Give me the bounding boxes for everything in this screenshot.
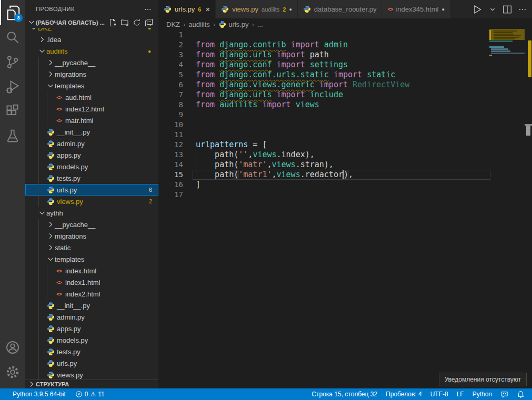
tab-database_roouter.py[interactable]: database_roouter.py — [298, 0, 383, 18]
tree-item-views.py[interactable]: views.py — [25, 369, 158, 381]
tree-item-urls.py[interactable]: urls.py6 — [25, 184, 158, 196]
tree-item-migrations[interactable]: migrations — [25, 68, 158, 80]
tree-item-__init__.py[interactable]: __init__.py — [25, 126, 158, 138]
status-cursor-position[interactable]: Строка 15, столбец 32 — [308, 388, 380, 400]
tree-item-admin.py[interactable]: admin.py — [25, 138, 158, 149]
code-line-1[interactable]: 1 — [158, 30, 532, 40]
tree-item-apps.py[interactable]: apps.py — [25, 323, 158, 334]
refresh-icon[interactable] — [133, 18, 141, 27]
tree-item-tests.py[interactable]: tests.py — [25, 346, 158, 357]
tree-item-apps.py[interactable]: apps.py — [25, 149, 158, 161]
new-file-icon[interactable] — [108, 18, 117, 27]
tree-item-index12.html[interactable]: <>index12.html — [25, 103, 158, 115]
activity-item-account[interactable] — [0, 335, 25, 360]
indent-guide — [38, 126, 39, 138]
line-number: 11 — [158, 130, 183, 140]
tree-item-tests.py[interactable]: tests.py — [25, 172, 158, 184]
activity-item-source-control[interactable] — [0, 49, 25, 74]
activity-item-testing[interactable] — [0, 124, 25, 148]
chevron-down-icon[interactable] — [489, 6, 496, 13]
status-encoding[interactable]: UTF-8 — [427, 388, 451, 400]
activity-item-settings[interactable] — [0, 360, 25, 384]
more-icon[interactable]: ⋯ — [518, 5, 527, 14]
status-eol[interactable]: LF — [454, 388, 467, 400]
outline-section-header[interactable]: СТРУКТУРА — [25, 380, 158, 388]
activity-item-extensions[interactable] — [0, 99, 25, 124]
tab-views.py[interactable]: views.pyaudiiits2● — [216, 0, 298, 18]
code-line-12[interactable]: 12urlpatterns = [ — [158, 140, 532, 150]
status-feedback-icon[interactable] — [497, 388, 511, 400]
tree-item-__pycache__[interactable]: __pycache__ — [25, 219, 158, 230]
tree-item-models.py[interactable]: models.py — [25, 161, 158, 172]
tree-item-label: aud.html — [65, 94, 92, 101]
minimap[interactable] — [489, 29, 525, 92]
code-line-8[interactable]: 8from audiiits import views — [158, 100, 532, 110]
tree-item-audiiits[interactable]: audiiits● — [25, 45, 158, 57]
tree-item-views.py[interactable]: views.py2 — [25, 196, 158, 207]
tree-item-__init__.py[interactable]: __init__.py — [25, 300, 158, 311]
tree-item-migrations[interactable]: migrations — [25, 230, 158, 242]
tree-item-__pycache__[interactable]: __pycache__ — [25, 57, 158, 68]
run-icon[interactable] — [472, 4, 483, 15]
tree-item-aythh[interactable]: aythh — [25, 207, 158, 219]
tree-item-templates[interactable]: templates — [25, 80, 158, 91]
code-line-5[interactable]: 5from django.conf.urls.static import sta… — [158, 70, 532, 80]
code-line-14[interactable]: 14 path('matr',views.stran), — [158, 160, 532, 170]
status-language-mode[interactable]: Python — [469, 388, 495, 400]
chevron-right-icon — [46, 58, 55, 67]
breadcrumb-item-audiiits[interactable]: audiiits — [188, 20, 209, 28]
breadcrumb-item-...[interactable]: ... — [257, 20, 263, 28]
tree-item-templates[interactable]: templates — [25, 253, 158, 265]
activity-item-search[interactable] — [0, 25, 25, 49]
code-line-7[interactable]: 7from django.urls import include — [158, 90, 532, 100]
code-area[interactable]: 12from django.contrib import admin3from … — [158, 30, 532, 388]
tree-item-aud.html[interactable]: <>aud.html — [25, 91, 158, 103]
more-actions-icon[interactable]: ⋯ — [144, 5, 152, 13]
collapse-all-icon[interactable] — [145, 18, 153, 27]
tree-item-static[interactable]: static — [25, 242, 158, 253]
chevron-right-icon — [38, 35, 46, 44]
code-line-10[interactable]: 10 — [158, 120, 532, 130]
close-icon[interactable]: × — [205, 5, 210, 14]
overview-ruler[interactable] — [525, 18, 532, 388]
code-line-4[interactable]: 4from django.conf import settings — [158, 60, 532, 70]
tree-item-label: urls.py — [57, 186, 77, 194]
status-indentation[interactable]: Пробелов: 4 — [383, 388, 425, 400]
tree-item-index.html[interactable]: <>index.html — [25, 265, 158, 276]
tree-item-models.py[interactable]: models.py — [25, 334, 158, 346]
tree-item-label: index12.html — [65, 105, 104, 113]
bell-icon — [517, 391, 525, 398]
tree-item-index2.html[interactable]: <>index2.html — [25, 288, 158, 300]
status-problems[interactable]: 0⚠11 — [72, 388, 108, 400]
code-line-2[interactable]: 2from django.contrib import admin — [158, 40, 532, 50]
tab-urls.py[interactable]: urls.py6× — [158, 0, 216, 18]
tree-item-admin.py[interactable]: admin.py — [25, 311, 158, 323]
code-line-11[interactable]: 11 — [158, 130, 532, 140]
tab-index345.html[interactable]: <>index345.html● — [382, 0, 450, 18]
tree-item-urls.py[interactable]: urls.py — [25, 357, 158, 369]
status-bell-icon[interactable] — [514, 388, 528, 400]
status-interpreter[interactable]: Python 3.9.5 64-bit — [9, 388, 69, 400]
code-line-9[interactable]: 9 — [158, 110, 532, 120]
code-line-17[interactable]: 17 — [158, 190, 532, 200]
tree-item-matr.html[interactable]: <>matr.html — [25, 115, 158, 126]
code-line-15[interactable]: 15 path('matr1',views.redactor), — [158, 170, 532, 180]
python-icon — [46, 360, 55, 367]
code-line-13[interactable]: 13 path('',views.index), — [158, 150, 532, 160]
code-line-6[interactable]: 6from django.views.generic import Redire… — [158, 80, 532, 90]
tab-label: index345.html — [396, 5, 438, 13]
code-line-3[interactable]: 3from django.urls import path — [158, 50, 532, 60]
new-folder-icon[interactable] — [121, 18, 129, 27]
breadcrumb-item-DKZ[interactable]: DKZ — [166, 20, 180, 28]
activity-item-explorer[interactable]: 3 — [0, 0, 25, 25]
activity-item-run-debug[interactable] — [0, 74, 25, 99]
code-line-16[interactable]: 16] — [158, 180, 532, 190]
split-editor-icon[interactable] — [503, 5, 512, 14]
tree-item-label: index.html — [65, 267, 96, 275]
tree-item-index1.html[interactable]: <>index1.html — [25, 276, 158, 288]
tree-item-label: admin.py — [57, 313, 85, 321]
tree-item-.idea[interactable]: .idea — [25, 34, 158, 45]
code-token: views — [277, 170, 300, 179]
workspace-section-header[interactable]: (РАБОЧАЯ ОБЛАСТЬ) ... — [25, 17, 158, 28]
breadcrumb-item-urls.py[interactable]: urls.py — [218, 20, 248, 28]
